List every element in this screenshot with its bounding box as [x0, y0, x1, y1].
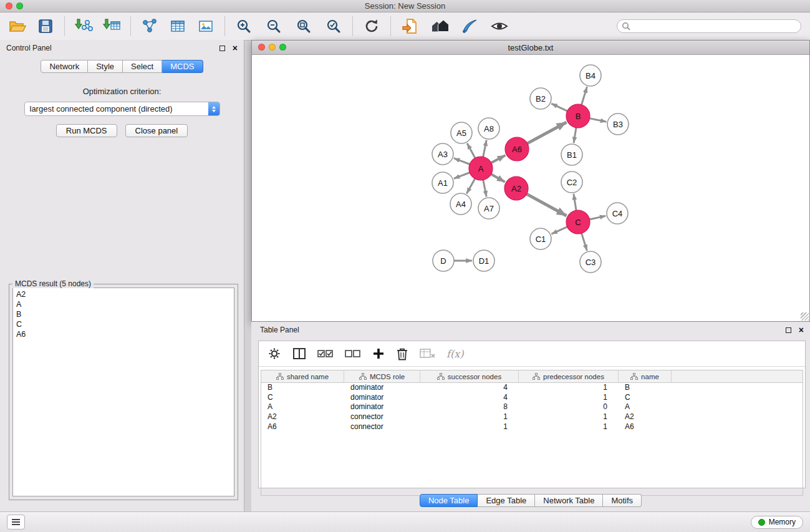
- zoom-in-icon[interactable]: [234, 15, 254, 37]
- select-all-icon[interactable]: [317, 349, 334, 358]
- zoom-selected-icon[interactable]: [324, 15, 344, 37]
- zoom-traffic-light[interactable]: [16, 2, 23, 9]
- table-cell[interactable]: dominator: [344, 383, 420, 393]
- column-header-name[interactable]: name: [619, 370, 672, 382]
- import-network-icon[interactable]: [74, 15, 94, 37]
- edge-A-A5[interactable]: [467, 143, 476, 159]
- edge-A-A8[interactable]: [483, 140, 486, 158]
- search-input[interactable]: [617, 19, 801, 33]
- memory-button[interactable]: Memory: [751, 516, 803, 529]
- table-row[interactable]: Bdominator41B: [261, 383, 803, 393]
- edge-C-C4[interactable]: [589, 216, 606, 220]
- import-table-icon[interactable]: [102, 15, 122, 37]
- edge-B-B3[interactable]: [589, 118, 607, 122]
- column-header-successor-nodes[interactable]: successor nodes: [420, 370, 519, 382]
- table-cell[interactable]: 1: [420, 412, 519, 422]
- export-image-icon[interactable]: [196, 15, 216, 37]
- result-list-item[interactable]: A2: [13, 289, 234, 299]
- tab-network[interactable]: Network: [41, 60, 88, 73]
- edge-B-B1[interactable]: [574, 127, 576, 143]
- close-panel-icon[interactable]: ×: [233, 44, 238, 52]
- task-history-button[interactable]: [7, 515, 25, 530]
- minimize-traffic-light[interactable]: [269, 44, 276, 51]
- table-cell[interactable]: 8: [420, 402, 519, 412]
- home-icon[interactable]: [430, 15, 450, 37]
- edge-A-A7[interactable]: [483, 179, 486, 197]
- edge-B-B2[interactable]: [551, 104, 568, 112]
- zoom-out-icon[interactable]: [264, 15, 284, 37]
- table-cell[interactable]: C: [261, 393, 344, 403]
- network-canvas[interactable]: B4B2BB3A5A8A6A3B1AC2A1A2A4A7C4CC1C3DD1: [252, 55, 809, 321]
- add-column-icon[interactable]: [372, 347, 385, 360]
- float-panel-icon[interactable]: [219, 46, 225, 51]
- dropdown-stepper-icon[interactable]: [208, 102, 219, 115]
- table-cell[interactable]: A2: [261, 412, 344, 422]
- table-cell[interactable]: 1: [420, 422, 519, 432]
- window-resize-handle[interactable]: [801, 312, 809, 321]
- column-header-predecessor-nodes[interactable]: predecessor nodes: [519, 370, 619, 382]
- new-table-icon[interactable]: [168, 15, 188, 37]
- zoom-traffic-light[interactable]: [279, 44, 286, 51]
- table-cell[interactable]: 4: [420, 393, 519, 403]
- table-cell[interactable]: 1: [519, 383, 619, 393]
- new-network-icon[interactable]: [140, 15, 160, 37]
- column-header-shared-name[interactable]: shared name: [261, 370, 344, 382]
- open-session-icon[interactable]: [7, 15, 27, 37]
- edge-A-A3[interactable]: [454, 158, 471, 165]
- table-cell[interactable]: connector: [344, 422, 420, 432]
- table-cell[interactable]: 0: [519, 402, 619, 412]
- tab-style[interactable]: Style: [88, 60, 123, 73]
- session-file-icon[interactable]: [400, 15, 420, 37]
- edge-A-A6[interactable]: [490, 155, 505, 163]
- edge-B-B4[interactable]: [581, 87, 587, 106]
- tab-mcds[interactable]: MCDS: [162, 60, 203, 73]
- eye-icon[interactable]: [489, 15, 509, 37]
- run-mcds-button[interactable]: Run MCDS: [56, 124, 117, 137]
- table-row[interactable]: Cdominator41C: [261, 393, 803, 403]
- edge-C-C2[interactable]: [574, 194, 576, 211]
- refresh-layout-icon[interactable]: [362, 15, 382, 37]
- close-panel-icon[interactable]: ×: [799, 326, 804, 334]
- network-window-titlebar[interactable]: testGlobe.txt: [252, 41, 809, 55]
- edge-A2-C[interactable]: [526, 193, 567, 216]
- table-cell[interactable]: 1: [519, 393, 619, 403]
- table-cell[interactable]: A2: [619, 412, 672, 422]
- edge-A-A1[interactable]: [454, 172, 471, 178]
- table-cell[interactable]: connector: [344, 412, 420, 422]
- close-traffic-light[interactable]: [6, 2, 12, 9]
- mcds-result-list[interactable]: A2ABCA6: [12, 288, 234, 496]
- result-list-item[interactable]: A6: [13, 329, 234, 339]
- table-cell[interactable]: 4: [420, 383, 519, 393]
- edge-A-A2[interactable]: [490, 173, 505, 181]
- table-row[interactable]: Adominator80A: [261, 402, 803, 412]
- table-cell[interactable]: A6: [261, 422, 344, 432]
- table-cell[interactable]: 1: [519, 412, 619, 422]
- style-brush-icon[interactable]: [460, 15, 480, 37]
- delete-column-icon[interactable]: [396, 347, 408, 360]
- edge-C-C3[interactable]: [581, 232, 587, 251]
- table-cell[interactable]: dominator: [344, 402, 420, 412]
- save-session-icon[interactable]: [36, 15, 55, 37]
- optimization-criterion-dropdown[interactable]: largest connected component (directed): [24, 102, 220, 116]
- tab-motifs[interactable]: Motifs: [603, 494, 642, 507]
- tab-network-table[interactable]: Network Table: [535, 494, 603, 507]
- show-columns-icon[interactable]: [292, 347, 306, 360]
- table-row[interactable]: A2connector11A2: [261, 412, 803, 422]
- table-cell[interactable]: 1: [519, 422, 619, 432]
- result-list-item[interactable]: A: [13, 299, 234, 309]
- table-cell[interactable]: A6: [619, 422, 672, 432]
- close-traffic-light[interactable]: [258, 44, 265, 51]
- table-cell[interactable]: B: [619, 383, 672, 393]
- deselect-all-icon[interactable]: [345, 349, 361, 358]
- edge-A-A4[interactable]: [466, 178, 475, 194]
- float-panel-icon[interactable]: [786, 327, 791, 333]
- close-panel-button[interactable]: Close panel: [125, 124, 188, 137]
- table-cell[interactable]: B: [261, 383, 344, 393]
- table-cell[interactable]: A: [261, 402, 344, 412]
- result-list-item[interactable]: B: [13, 309, 234, 319]
- edge-C-C1[interactable]: [551, 226, 568, 234]
- table-row[interactable]: A6connector11A6: [261, 422, 803, 432]
- tab-edge-table[interactable]: Edge Table: [478, 494, 535, 507]
- tab-select[interactable]: Select: [123, 60, 162, 73]
- tab-node-table[interactable]: Node Table: [420, 494, 478, 507]
